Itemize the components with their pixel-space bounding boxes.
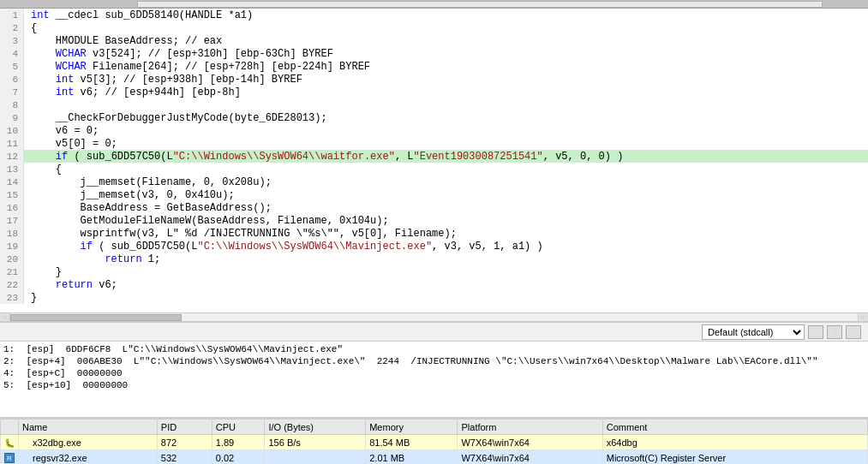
panel-dropdown[interactable]: Default (stdcall) <box>702 324 805 340</box>
panel-resize-btn[interactable]: □ <box>846 325 861 339</box>
proc-icon-cell: R <box>1 450 19 465</box>
code-line-4: 4 WCHAR v3[524]; // [esp+310h] [ebp-63Ch… <box>0 47 868 60</box>
line-content: __CheckForDebuggerJustMyCode(byte_6DE280… <box>24 111 327 124</box>
proc-name: x32dbg.exe <box>19 435 158 450</box>
stack-panel: Default (stdcall) ↑ □ 1: [esp] 6DDF6CF8 … <box>0 321 868 417</box>
hscroll-left-btn[interactable]: ◀ <box>0 313 10 322</box>
proc-comment: x64dbg <box>602 435 867 450</box>
hscroll-track[interactable] <box>10 313 858 322</box>
line-number: 9 <box>0 111 24 124</box>
code-line-17: 17 GetModuleFileNameW(BaseAddress, Filen… <box>0 214 868 227</box>
line-content: j__memset(Filename, 0, 0x208u); <box>24 175 272 188</box>
line-number: 17 <box>0 214 24 227</box>
proc-platform: W7X64\win7x64 <box>458 435 602 450</box>
line-content: int v5[3]; // [esp+938h] [ebp-14h] BYREF <box>24 73 302 86</box>
table-row[interactable]: 🐛x32dbg.exe8721.89156 B/s81.54 MBW7X64\w… <box>1 435 868 450</box>
token-kw: WCHAR <box>31 48 87 60</box>
col-name: Name <box>19 419 158 435</box>
line-content: GetModuleFileNameW(BaseAddress, Filename… <box>24 214 389 227</box>
col-pid: PID <box>157 419 212 435</box>
token-plain: GetModuleFileNameW(BaseAddress, Filename… <box>31 215 389 227</box>
token-kw: if <box>31 151 68 163</box>
line-content: j__memset(v3, 0, 0x410u); <box>24 188 235 201</box>
line-content <box>24 98 31 111</box>
proc-cpu: 1.89 <box>212 435 265 450</box>
line-number: 19 <box>0 240 24 253</box>
line-number: 22 <box>0 278 24 291</box>
token-plain: wsprintfw(v3, L" %d /INJECTRUNNING \"%s\… <box>31 228 457 240</box>
token-kw: WCHAR <box>31 61 87 73</box>
line-content: int v6; // [esp+944h] [ebp-8h] <box>24 86 241 98</box>
code-line-3: 3 HMODULE BaseAddress; // eax <box>0 34 868 47</box>
proc-io <box>265 450 366 465</box>
line-number: 21 <box>0 265 24 278</box>
code-line-5: 5 WCHAR Filename[264]; // [esp+728h] [eb… <box>0 60 868 73</box>
stack-line: 5: [esp+10] 00000000 <box>3 379 865 391</box>
line-content: { <box>24 163 62 175</box>
token-plain: v6 = 0; <box>31 125 99 137</box>
token-plain: v5[0] = 0; <box>31 138 117 150</box>
line-number: 8 <box>0 98 24 111</box>
proc-memory: 81.54 MB <box>366 435 458 450</box>
line-content: return 1; <box>24 253 160 265</box>
line-number: 4 <box>0 47 24 60</box>
line-content: BaseAddress = GetBaseAddress(); <box>24 201 272 214</box>
line-content: WCHAR Filename[264]; // [esp+728h] [ebp-… <box>24 60 370 73</box>
proc-cpu: 0.02 <box>212 450 265 465</box>
table-row[interactable]: Rregsvr32.exe5320.022.01 MBW7X64\win7x64… <box>1 450 868 465</box>
top-scrollbar[interactable] <box>0 0 868 9</box>
token-plain: __cdecl sub_6DD58140(HANDLE *a1) <box>50 9 254 21</box>
line-content: wsprintfw(v3, L" %d /INJECTRUNNING \"%s\… <box>24 227 457 240</box>
stack-line: 4: [esp+C] 00000000 <box>3 367 865 379</box>
line-number: 13 <box>0 163 24 175</box>
token-str: "Event19030087251541" <box>414 151 543 163</box>
panel-header: Default (stdcall) ↑ □ <box>0 323 868 342</box>
line-content: if ( sub_6DD57C50(L"C:\\Windows\\SysWOW6… <box>24 240 543 253</box>
code-line-1: 1int __cdecl sub_6DD58140(HANDLE *a1) <box>0 9 868 21</box>
token-plain: , L <box>395 151 414 163</box>
token-plain: 1; <box>142 253 161 265</box>
token-plain: { <box>31 164 62 175</box>
token-plain: ( sub_6DD57C50(L <box>68 151 172 163</box>
token-plain: j__memset(Filename, 0, 0x208u); <box>31 176 272 188</box>
proc-comment: Microsoft(C) Register Server <box>602 450 867 465</box>
proc-pid: 532 <box>157 450 212 465</box>
line-content: { <box>24 21 37 34</box>
code-line-13: 13 { <box>0 163 868 175</box>
line-number: 2 <box>0 21 24 34</box>
line-number: 23 <box>0 291 24 304</box>
stack-line: 2: [esp+4] 006ABE30 L""C:\\Windows\\SysW… <box>3 355 865 367</box>
token-kw: return <box>31 279 93 291</box>
token-plain: , v5, 0, 0) ) <box>543 151 624 163</box>
code-line-14: 14 j__memset(Filename, 0, 0x208u); <box>0 175 868 188</box>
line-content: HMODULE BaseAddress; // eax <box>24 34 222 47</box>
hscroll-right-btn[interactable]: ▶ <box>858 313 868 322</box>
code-line-15: 15 j__memset(v3, 0, 0x410u); <box>0 188 868 201</box>
line-number: 20 <box>0 253 24 265</box>
line-number: 3 <box>0 34 24 47</box>
code-line-10: 10 v6 = 0; <box>0 124 868 137</box>
token-plain: v6; <box>93 279 117 291</box>
proc-memory: 2.01 MB <box>366 450 458 465</box>
line-content: int __cdecl sub_6DD58140(HANDLE *a1) <box>24 9 253 21</box>
scrollbar-thumb[interactable] <box>137 1 823 8</box>
reg-icon: R <box>4 453 15 463</box>
line-number: 6 <box>0 73 24 86</box>
token-kw: int <box>31 74 74 86</box>
stack-content: 1: [esp] 6DDF6CF8 L"C:\\Windows\\SysWOW6… <box>0 342 868 393</box>
line-number: 7 <box>0 86 24 98</box>
code-line-16: 16 BaseAddress = GetBaseAddress(); <box>0 201 868 214</box>
token-plain: ( sub_6DD57C50(L <box>93 241 197 253</box>
token-kw: if <box>31 241 93 253</box>
panel-up-btn[interactable]: ↑ <box>827 325 842 339</box>
line-content: v6 = 0; <box>24 124 99 137</box>
token-plain: , v3, v5, 1, a1) ) <box>432 241 543 253</box>
hscroll-thumb[interactable] <box>10 314 182 321</box>
horizontal-scrollbar[interactable]: ◀ ▶ <box>0 312 868 321</box>
code-line-11: 11 v5[0] = 0; <box>0 137 868 150</box>
proc-pid: 872 <box>157 435 212 450</box>
token-kw: int <box>31 9 50 21</box>
line-number: 15 <box>0 188 24 201</box>
line-content: if ( sub_6DD57C50(L"C:\\Windows\\SysWOW6… <box>24 150 623 163</box>
token-plain: v3[524]; // [esp+310h] [ebp-63Ch] BYREF <box>87 48 333 60</box>
